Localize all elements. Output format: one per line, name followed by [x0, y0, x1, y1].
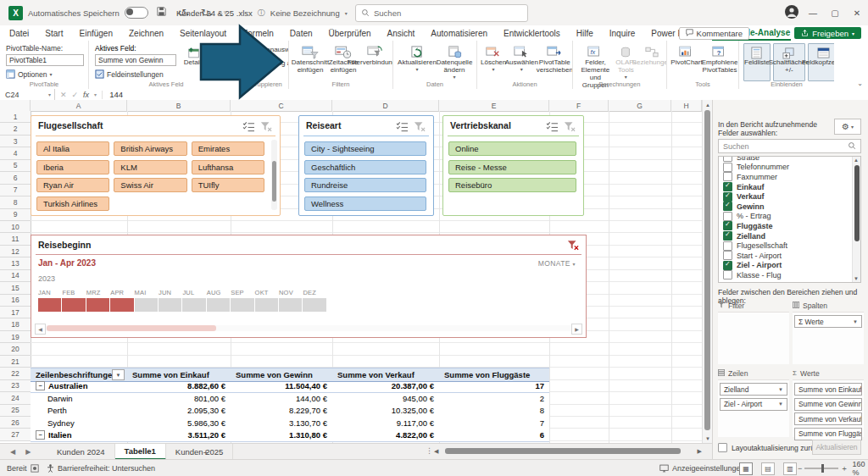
enter-icon[interactable]: ✓: [72, 91, 79, 99]
field-item-faxnummer[interactable]: Faxnummer: [719, 172, 860, 182]
column-header-A[interactable]: A: [31, 100, 127, 112]
field-list[interactable]: StraßeTelefonnummerFaxnummerEinkaufVerka…: [718, 156, 861, 283]
pane-options-button[interactable]: ⚙▾: [834, 119, 861, 135]
pivot-value-cell[interactable]: 1.310,80 €: [231, 429, 332, 440]
row-header-4[interactable]: 4: [0, 147, 31, 159]
timeline-month-bar-jan[interactable]: [38, 298, 61, 312]
field-item-verkauf[interactable]: Verkauf: [719, 191, 860, 202]
pivot-value-cell[interactable]: 11.504,40 €: [231, 380, 332, 392]
pivot-value-cell[interactable]: 144,00 €: [231, 392, 332, 404]
pivot-value-cell[interactable]: 2.095,30 €: [127, 405, 231, 417]
timeline-scrollbar[interactable]: ◀ ▶: [35, 324, 582, 333]
timeline-scroll-left-icon[interactable]: ◀: [35, 324, 46, 335]
slicer-item-turkish-airlines[interactable]: Turkish Airlines: [36, 196, 109, 211]
row-header-10[interactable]: 10: [0, 221, 31, 233]
next-sheet-icon[interactable]: ▶: [25, 448, 31, 456]
slicer-reiseart[interactable]: ReiseartCity - SightseeingGeschäftlichRu…: [298, 115, 434, 216]
refresh-button[interactable]: Aktualisieren▾: [398, 42, 436, 80]
timeline-month-bar-mrz[interactable]: [86, 298, 109, 312]
area-field-pill[interactable]: Summe von Einkauf▼: [794, 383, 862, 396]
timeline-month-bar-feb[interactable]: [62, 298, 85, 312]
slicer-item-emirates[interactable]: Emirates: [192, 141, 264, 156]
timeline-month-bar-dez[interactable]: [303, 298, 326, 312]
menu-tab-daten[interactable]: Daten: [289, 27, 314, 40]
timeline-clear-filter-icon[interactable]: [567, 239, 579, 254]
clear-filter-icon[interactable]: [564, 120, 577, 132]
field-settings-button[interactable]: Feldeinstellungen: [95, 69, 176, 79]
pivot-column-header[interactable]: Summe von Fluggäste: [439, 368, 549, 380]
clear-filter-icon[interactable]: [414, 120, 427, 132]
area-field-pill[interactable]: Summe von Verkauf▼: [794, 412, 862, 425]
pivot-row-australien[interactable]: −Australien8.882,60 €11.504,40 €20.387,0…: [31, 380, 549, 393]
update-button[interactable]: Aktualisieren: [812, 440, 861, 455]
pivot-value-cell[interactable]: 10.325,00 €: [332, 405, 439, 417]
grid-horizontal-scrollbar[interactable]: ◀ ▶: [434, 446, 702, 457]
menu-tab-ansicht[interactable]: Ansicht: [387, 27, 416, 40]
slicer-item-reise-messe[interactable]: Reise - Messe: [448, 160, 576, 174]
formula-input[interactable]: 144: [103, 90, 123, 99]
menu-tab-entwicklertools[interactable]: Entwicklertools: [503, 27, 561, 40]
field-item-telefonnummer[interactable]: Telefonnummer: [719, 163, 860, 173]
pivot-row-italien[interactable]: −Italien3.511,20 €1.310,80 €4.822,00 €6: [31, 429, 549, 441]
options-button[interactable]: Optionen▾: [6, 69, 88, 79]
timeline-scroll-thumb[interactable]: [47, 325, 216, 331]
row-header-11[interactable]: 11: [0, 233, 31, 245]
columns-area[interactable]: Spalten Σ Werte▼: [793, 300, 864, 364]
timeline-month-bar-sep[interactable]: [231, 298, 253, 312]
account-avatar[interactable]: [785, 5, 798, 20]
slicer-item-klm[interactable]: KLM: [114, 160, 186, 174]
comments-button[interactable]: Kommentare: [679, 27, 749, 40]
field-list-scrollbar[interactable]: ▲ ▼: [852, 157, 860, 282]
timeline-month-bar-nov[interactable]: [279, 298, 302, 312]
field-item-fluggäste[interactable]: Fluggäste: [719, 221, 860, 231]
field-item--ertrag[interactable]: % - Ertrag: [719, 212, 860, 222]
multiselect-icon[interactable]: [242, 120, 256, 132]
area-field-pill[interactable]: Σ Werte▼: [794, 315, 862, 328]
column-header-E[interactable]: E: [439, 100, 549, 112]
pivot-value-cell[interactable]: 945,00 €: [332, 392, 439, 404]
pivot-value-cell[interactable]: 801,00 €: [127, 392, 231, 404]
scroll-down-icon[interactable]: ▼: [703, 434, 712, 443]
insert-slicer-button[interactable]: Datenschnitt einfügen: [292, 42, 328, 75]
pivot-value-cell[interactable]: 8.229,70 €: [231, 405, 332, 417]
sheet-tab-tabelle1[interactable]: Tabelle1: [115, 444, 166, 460]
grid-vertical-scrollbar[interactable]: ▲ ▼: [702, 100, 712, 443]
collapse-icon[interactable]: −: [36, 430, 45, 440]
pivot-column-header[interactable]: Summe von Einkauf: [127, 368, 231, 380]
menu-tab-hilfe[interactable]: Hilfe: [576, 27, 594, 40]
pivot-column-header[interactable]: Summe von Gewinn: [231, 368, 332, 380]
row-header-22[interactable]: 22: [0, 368, 31, 379]
collapse-icon[interactable]: −: [36, 381, 45, 390]
slicer-item-geschäftlich[interactable]: Geschäftlich: [304, 160, 426, 174]
column-header-G[interactable]: G: [609, 100, 671, 112]
row-header-16[interactable]: 16: [0, 295, 31, 307]
clear-filter-icon[interactable]: [260, 120, 274, 132]
slicer-item-online[interactable]: Online: [448, 141, 576, 156]
clear-button[interactable]: Löschen▾: [481, 42, 506, 75]
timeline-month-bar-jun[interactable]: [159, 298, 181, 312]
column-header-H[interactable]: H: [671, 100, 702, 112]
row-header-14[interactable]: 14: [0, 270, 31, 282]
filter-area[interactable]: Filter: [718, 300, 789, 364]
timeline-scroll-right-icon[interactable]: ▶: [571, 324, 582, 335]
row-header-19[interactable]: 19: [0, 331, 31, 343]
slicer-item-ryan-air[interactable]: Ryan Air: [36, 178, 109, 192]
row-header-26[interactable]: 26: [0, 417, 31, 429]
field-headers-toggle[interactable]: Feldkopfzeilen: [808, 43, 834, 81]
field-item-klasse-flug[interactable]: Klasse - Flug: [719, 270, 860, 280]
row-header-24[interactable]: 24: [0, 392, 31, 404]
row-header-7[interactable]: 7: [0, 185, 31, 196]
row-header-18[interactable]: 18: [0, 318, 31, 330]
save-icon[interactable]: [157, 7, 166, 19]
name-box[interactable]: C24▾: [0, 89, 55, 100]
scroll-right-icon[interactable]: ▶: [698, 448, 702, 455]
slicer-item-reisebüro[interactable]: Reisebüro: [448, 178, 576, 192]
row-header-3[interactable]: 3: [0, 136, 31, 147]
share-button[interactable]: Freigeben ▾: [794, 27, 861, 39]
pivot-row-perth[interactable]: Perth2.095,30 €8.229,70 €10.325,00 €8: [31, 405, 549, 417]
field-item-straße[interactable]: Straße: [719, 156, 860, 163]
slicer-item-rundreise[interactable]: Rundreise: [304, 178, 426, 192]
sheet-tab-kunden-2024[interactable]: Kunden 2024: [47, 444, 115, 460]
restore-button[interactable]: ▢: [829, 8, 841, 18]
cancel-icon[interactable]: ✕: [60, 91, 67, 99]
